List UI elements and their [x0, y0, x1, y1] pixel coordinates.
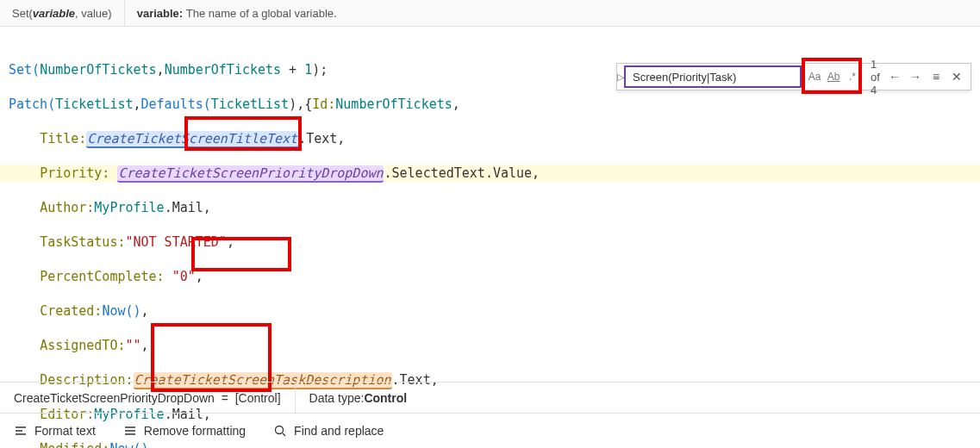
code-line: PercentComplete: "0", [9, 268, 971, 285]
regex-toggle[interactable]: .* [845, 71, 860, 83]
function-signature: Set(variable, value) [0, 0, 125, 26]
code-line: Author:MyProfile.Mail, [9, 199, 971, 216]
status-datatype: Data type: Control [296, 383, 421, 414]
code-line: Title:CreateTicketScreenTitleText.Text, [9, 130, 971, 147]
find-in-selection-button[interactable]: ≡ [929, 70, 943, 84]
code-line: AssignedTO:"", [9, 337, 971, 354]
remove-formatting-icon [123, 424, 137, 438]
format-text-button[interactable]: Format text [0, 424, 109, 438]
find-prev-button[interactable]: ← [888, 70, 902, 84]
status-identifier: CreateTicketScreenPriorityDropDown = [Co… [0, 383, 296, 414]
find-expand-toggle[interactable]: ▷ [617, 72, 624, 83]
search-icon [273, 424, 287, 438]
find-options: Aa Ab .* [803, 71, 864, 83]
param-description: variable: The name of a global variable. [125, 0, 349, 26]
find-input[interactable] [631, 70, 795, 84]
editor-toolbar: Format text Remove formatting Find and r… [0, 413, 980, 448]
code-line-highlighted: Priority: CreateTicketScreenPriorityDrop… [0, 165, 980, 182]
svg-point-0 [276, 426, 284, 434]
find-next-button[interactable]: → [908, 70, 922, 84]
find-replace-button[interactable]: Find and replace [259, 424, 397, 438]
find-close-button[interactable]: ✕ [950, 70, 964, 84]
whole-word-toggle[interactable]: Ab [826, 71, 841, 83]
find-input-wrapper[interactable] [624, 65, 802, 88]
format-text-icon [14, 424, 28, 438]
code-line: Created:Now(), [9, 302, 971, 320]
match-case-toggle[interactable]: Aa [807, 71, 822, 83]
status-bar: CreateTicketScreenPriorityDropDown = [Co… [0, 382, 980, 414]
remove-formatting-button[interactable]: Remove formatting [109, 424, 259, 438]
code-line: TaskStatus:"NOT STARTED", [9, 233, 971, 251]
find-replace-bar: ▷ Aa Ab .* 1 of 4 ← → ≡ ✕ [616, 63, 971, 90]
intellisense-bar: Set(variable, value) variable: The name … [0, 0, 980, 27]
code-line: Patch(TicketList,Defaults(TicketList),{I… [9, 96, 971, 113]
find-result-count: 1 of 4 [864, 58, 888, 96]
